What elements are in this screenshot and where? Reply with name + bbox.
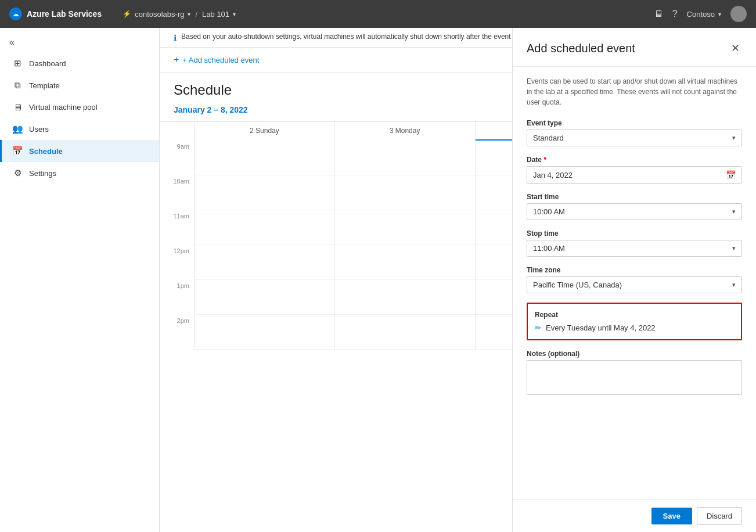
start-time-select[interactable]: 10:00 AM ▾ xyxy=(527,203,742,220)
col-header-monday: 3 Monday xyxy=(335,122,476,141)
sidebar-item-template[interactable]: ⧉ Template xyxy=(0,74,159,96)
cal-cell-mon-11 xyxy=(335,210,476,245)
template-icon: ⧉ xyxy=(12,80,23,91)
panel-close-button[interactable]: ✕ xyxy=(729,39,742,57)
time-1pm: 1pm xyxy=(160,280,195,315)
settings-icon: ⚙ xyxy=(12,168,23,178)
date-label: Date * xyxy=(527,156,742,164)
discard-button[interactable]: Discard xyxy=(697,507,742,525)
stop-time-select[interactable]: 11:00 AM ▾ xyxy=(527,240,742,257)
plus-icon: + xyxy=(174,55,179,65)
time-2pm: 2pm xyxy=(160,315,195,350)
col-header-sunday: 2 Sunday xyxy=(195,122,335,141)
info-icon: ℹ xyxy=(174,33,177,42)
cal-cell-mon-10 xyxy=(335,175,476,210)
start-time-label: Start time xyxy=(527,193,742,201)
cal-cell-sun-2 xyxy=(195,315,335,350)
cal-cell-sun-11 xyxy=(195,210,335,245)
cal-cell-sun-12 xyxy=(195,245,335,280)
main-layout: « ⊞ Dashboard ⧉ Template 🖥 Virtual machi… xyxy=(0,28,756,532)
cal-cell-sun-9 xyxy=(195,141,335,175)
event-type-select[interactable]: Standard ▾ xyxy=(527,130,742,146)
time-11am: 11am xyxy=(160,210,195,245)
repeat-value-text: Every Tuesday until May 4, 2022 xyxy=(546,323,656,332)
logo-area: ☁ Azure Lab Services xyxy=(9,8,102,20)
pencil-icon: ✏ xyxy=(535,323,541,332)
time-9am: 9am xyxy=(160,141,195,175)
schedule-icon: 📅 xyxy=(12,146,23,156)
add-scheduled-event-panel: Add scheduled event ✕ Events can be used… xyxy=(512,28,756,532)
azure-logo: ☁ xyxy=(9,8,22,20)
calendar-icon: 📅 xyxy=(726,170,736,179)
date-group: Date * Jan 4, 2022 📅 xyxy=(527,156,742,184)
start-time-group: Start time 10:00 AM ▾ xyxy=(527,193,742,220)
notes-label: Notes (optional) xyxy=(527,350,742,358)
sidebar-item-schedule[interactable]: 📅 Schedule xyxy=(0,140,159,162)
chevron-down-icon: ▾ xyxy=(732,281,736,289)
user-menu-button[interactable]: Contoso ▾ xyxy=(687,10,721,19)
save-button[interactable]: Save xyxy=(651,508,692,524)
top-navigation: ☁ Azure Lab Services ⚡ contosolabs-rg ▾ … xyxy=(0,0,756,28)
timezone-select[interactable]: Pacific Time (US, Canada) ▾ xyxy=(527,276,742,293)
panel-header: Add scheduled event ✕ xyxy=(513,28,756,67)
sidebar-item-dashboard[interactable]: ⊞ Dashboard xyxy=(0,52,159,74)
sidebar-collapse-button[interactable]: « xyxy=(0,33,24,52)
cal-cell-sun-1 xyxy=(195,280,335,315)
cal-cell-sun-10 xyxy=(195,175,335,210)
dashboard-icon: ⊞ xyxy=(12,58,23,69)
sidebar: « ⊞ Dashboard ⧉ Template 🖥 Virtual machi… xyxy=(0,28,160,532)
col-header-time xyxy=(160,122,195,141)
panel-body: Events can be used to start up and/or sh… xyxy=(513,67,756,499)
sidebar-item-users[interactable]: 👥 Users xyxy=(0,118,159,140)
date-input[interactable]: Jan 4, 2022 📅 xyxy=(527,166,742,184)
monitor-button[interactable]: 🖥 xyxy=(654,9,663,19)
cal-cell-mon-2 xyxy=(335,315,476,350)
stop-time-group: Stop time 11:00 AM ▾ xyxy=(527,229,742,257)
users-icon: 👥 xyxy=(12,124,23,134)
cal-cell-mon-9 xyxy=(335,141,476,175)
repeat-section: Repeat ✏ Every Tuesday until May 4, 2022 xyxy=(527,303,742,340)
panel-title: Add scheduled event xyxy=(527,42,635,55)
required-indicator: * xyxy=(543,156,546,164)
add-scheduled-event-button[interactable]: + + Add scheduled event xyxy=(174,55,259,65)
help-button[interactable]: ? xyxy=(672,9,678,19)
notes-textarea[interactable] xyxy=(527,360,742,395)
avatar xyxy=(730,6,747,22)
event-type-label: Event type xyxy=(527,119,742,127)
panel-footer: Save Discard xyxy=(513,499,756,532)
panel-description: Events can be used to start up and/or sh… xyxy=(527,76,742,107)
content-area: ℹ Based on your auto-shutdown settings, … xyxy=(160,28,756,532)
stop-time-label: Stop time xyxy=(527,229,742,238)
vm-pool-icon: 🖥 xyxy=(12,102,23,112)
timezone-group: Time zone Pacific Time (US, Canada) ▾ xyxy=(527,266,742,293)
lab-button[interactable]: Lab 101 ▾ xyxy=(202,10,236,19)
repeat-label: Repeat xyxy=(535,311,734,319)
sidebar-item-vm-pool[interactable]: 🖥 Virtual machine pool xyxy=(0,96,159,118)
chevron-down-icon: ▾ xyxy=(732,208,736,215)
time-12pm: 12pm xyxy=(160,245,195,280)
cal-cell-mon-12 xyxy=(335,245,476,280)
notes-group: Notes (optional) xyxy=(527,350,742,397)
sidebar-item-settings[interactable]: ⚙ Settings xyxy=(0,162,159,184)
repeat-value-row: ✏ Every Tuesday until May 4, 2022 xyxy=(535,323,734,332)
chevron-down-icon: ▾ xyxy=(732,134,736,142)
resource-group-button[interactable]: ⚡ contosolabs-rg ▾ xyxy=(123,10,190,19)
cal-cell-mon-1 xyxy=(335,280,476,315)
timezone-label: Time zone xyxy=(527,266,742,274)
app-name: Azure Lab Services xyxy=(27,9,102,19)
nav-right: 🖥 ? Contoso ▾ xyxy=(654,6,747,22)
chevron-down-icon: ▾ xyxy=(732,245,736,252)
event-type-group: Event type Standard ▾ xyxy=(527,119,742,146)
time-10am: 10am xyxy=(160,175,195,210)
breadcrumb: ⚡ contosolabs-rg ▾ / Lab 101 ▾ xyxy=(123,10,236,19)
